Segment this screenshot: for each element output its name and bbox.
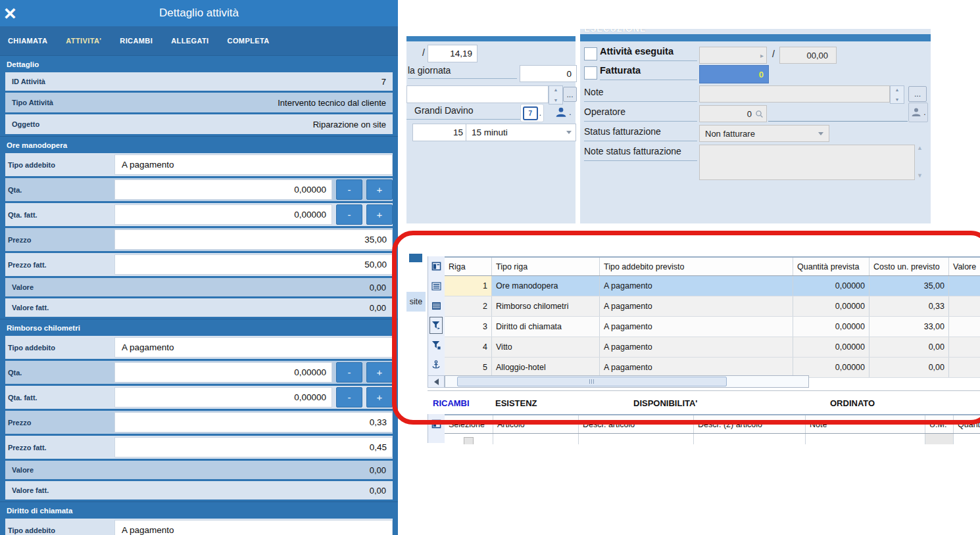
row-valore: Valore 0,00 [5, 278, 393, 296]
column-header[interactable]: Note [806, 415, 925, 433]
calendar-button[interactable]: 7 . [520, 104, 544, 122]
qta-fatt-input[interactable]: 0,00000 [114, 387, 332, 407]
list-view-icon[interactable] [428, 276, 444, 296]
spinner-down-icon[interactable]: ▼ [554, 98, 558, 103]
note-browse-button[interactable]: ... [908, 86, 927, 102]
column-header[interactable]: Costo un. previsto [870, 258, 949, 275]
qty-minus-button[interactable]: - [336, 204, 362, 225]
operatore-person-button[interactable]: . [908, 103, 928, 122]
status-fatturazione-select[interactable]: Non fatturare [699, 125, 829, 142]
group-tab-ordinato[interactable]: ORDINATO [830, 391, 875, 415]
assignee-name: Grandi Davino [406, 104, 525, 120]
column-header[interactable]: Tipo addebito previsto [600, 258, 793, 275]
qty-plus-button[interactable]: + [366, 362, 393, 383]
form-view-icon[interactable] [428, 256, 444, 276]
qta-fatt-input[interactable]: 0,00000 [114, 204, 332, 225]
attivita-eseguita-checkbox[interactable] [584, 47, 597, 60]
column-header[interactable]: Quantità [954, 415, 980, 433]
cell-tipo-addebito: A pagamento [600, 337, 793, 357]
row-prezzo-fatt: Prezzo fatt. 50,00 [5, 253, 393, 276]
giornata-field[interactable]: 0 [520, 65, 577, 82]
qty-minus-button[interactable]: - [336, 179, 362, 200]
column-header[interactable]: Descr. (2) articolo [694, 415, 806, 433]
tab-completa[interactable]: COMPLETA [228, 37, 270, 45]
spinner-control[interactable]: ▲ ▼ [549, 85, 563, 105]
qta-input[interactable]: 0,00000 [114, 362, 332, 383]
note-status-textarea[interactable] [699, 145, 915, 180]
tipo-addebito-input[interactable]: A pagamento [114, 520, 393, 535]
tipo-addebito-input[interactable]: A pagamento [114, 154, 393, 175]
selezione-checkbox[interactable] [464, 437, 474, 445]
group-tab-ricambi[interactable]: RICAMBI [433, 391, 470, 415]
cell-valore [949, 337, 980, 357]
assign-person-button[interactable]: . [551, 104, 575, 121]
tab-attivita[interactable]: ATTIVITA' [66, 37, 101, 45]
tab-chiamata[interactable]: CHIAMATA [8, 37, 47, 45]
spinner-control[interactable]: ▲ ▼ [890, 85, 904, 104]
table-row[interactable]: 1 Ore manodopera A pagamento 0,00000 35,… [445, 276, 980, 296]
chevron-right-icon: ▸ [760, 52, 764, 59]
cell-quantita [954, 434, 980, 444]
column-header[interactable]: Selezione [445, 415, 493, 433]
search-icon[interactable] [755, 110, 764, 118]
operatore-name-field[interactable] [768, 105, 908, 122]
group-tab-disponibilita[interactable]: DISPONIBILITA' [633, 391, 697, 415]
filter-icon[interactable] [428, 315, 444, 335]
fatturata-count-field[interactable]: 0 [699, 65, 769, 83]
qty-plus-button[interactable]: + [366, 179, 393, 200]
spinner-up-icon[interactable]: ▲ [554, 87, 558, 92]
note-field[interactable] [699, 85, 890, 103]
table-row[interactable]: 4 Vitto A pagamento 0,00000 0,00 [445, 337, 980, 358]
cell-valore [949, 276, 980, 296]
browse-button[interactable]: ... [563, 87, 577, 102]
operatore-label: Operatore [584, 106, 697, 122]
tab-allegati[interactable]: ALLEGATI [171, 37, 208, 45]
table-row[interactable]: 2 Rimborso chilometri A pagamento 0,0000… [445, 296, 980, 317]
column-header[interactable]: Descr. articolo [579, 415, 694, 433]
table-row[interactable]: 3 Diritto di chiamata A pagamento 0,0000… [445, 317, 980, 337]
field-value: 0,00 [370, 486, 389, 496]
fatturata-checkbox[interactable] [584, 66, 597, 80]
duration-value-field[interactable]: 15 [412, 124, 469, 141]
prezzo-input[interactable]: 35,00 [114, 229, 393, 250]
cell-quantita: 0,00000 [793, 337, 870, 357]
qty-plus-button[interactable]: + [366, 387, 393, 407]
form-view-icon[interactable] [428, 414, 444, 434]
ora-esecuzione-field[interactable]: ▸ [699, 47, 767, 64]
column-header[interactable]: Riga [445, 258, 492, 275]
qta-input[interactable]: 0,00000 [114, 179, 332, 200]
close-icon[interactable]: × [4, 1, 16, 26]
column-header[interactable]: Tipo riga [492, 258, 600, 275]
filter-edit-icon[interactable] [428, 335, 444, 355]
operatore-id-field[interactable]: 0 [699, 105, 767, 122]
column-header[interactable]: Valore [949, 258, 980, 275]
column-header[interactable]: U.M. [925, 415, 954, 433]
ore-eseguite-field[interactable]: 00,00 [779, 47, 837, 64]
anchor-icon[interactable] [428, 355, 444, 375]
scrollbar-thumb[interactable] [457, 377, 727, 386]
prezzo-input[interactable]: 0,33 [114, 412, 393, 432]
qty-plus-button[interactable]: + [366, 204, 393, 225]
column-header[interactable]: Quantità prevista [793, 258, 870, 275]
qty-minus-button[interactable]: - [336, 362, 362, 383]
prezzo-fatt-input[interactable]: 0,45 [114, 437, 393, 457]
group-tab-esistenz[interactable]: ESISTENZ [495, 391, 537, 415]
column-header[interactable]: Articolo [493, 415, 579, 433]
prezzo-fatt-input[interactable]: 50,00 [114, 254, 393, 275]
textarea-scrollbar[interactable]: ▲ ▼ [915, 145, 925, 179]
spinner-up-icon[interactable]: ▲ [895, 87, 900, 92]
scroll-left-button[interactable] [428, 375, 445, 388]
table-row[interactable] [445, 434, 980, 444]
spinner-down-icon[interactable]: ▼ [895, 97, 900, 102]
time-field[interactable]: 14,19 [428, 45, 478, 62]
tipo-addebito-input[interactable]: A pagamento [114, 337, 393, 358]
schedule-note-input[interactable] [406, 85, 549, 103]
tab-ricambi[interactable]: RICAMBI [120, 37, 153, 45]
duration-select[interactable]: 15 minuti [466, 124, 576, 141]
horizontal-scrollbar[interactable] [445, 375, 809, 388]
scroll-down-icon[interactable]: ▼ [917, 172, 923, 179]
qty-minus-button[interactable]: - [336, 387, 362, 407]
grid-view-icon[interactable] [428, 296, 444, 315]
scroll-up-icon[interactable]: ▲ [917, 145, 923, 151]
field-value: 0,00 [370, 465, 389, 475]
